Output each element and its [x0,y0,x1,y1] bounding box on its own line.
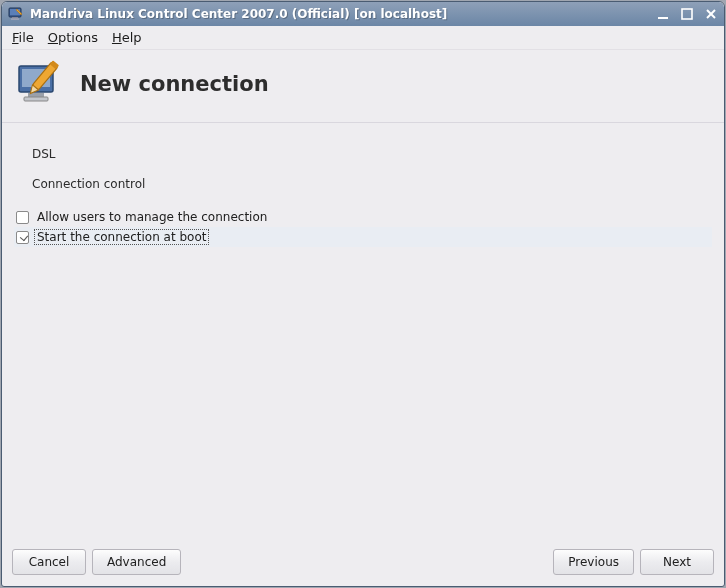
menu-options[interactable]: Options [48,30,98,45]
menu-bar: File Options Help [2,26,724,50]
button-bar: Cancel Advanced Previous Next [2,544,724,586]
content-area: DSL Connection control Allow users to ma… [2,123,724,544]
section-label: DSL [32,147,712,161]
previous-button[interactable]: Previous [553,549,634,575]
window-title: Mandriva Linux Control Center 2007.0 (Of… [30,7,656,21]
checkbox-start-at-boot[interactable]: Start the connection at boot [14,227,712,247]
wizard-icon [16,60,64,108]
checkbox-icon[interactable] [16,231,29,244]
menu-help[interactable]: Help [112,30,142,45]
app-icon [8,6,24,22]
svg-rect-3 [11,19,19,20]
svg-rect-11 [24,97,48,101]
menu-file[interactable]: File [12,30,34,45]
checkbox-allow-users[interactable]: Allow users to manage the connection [14,207,712,227]
advanced-button[interactable]: Advanced [92,549,181,575]
minimize-icon[interactable] [656,7,670,21]
close-icon[interactable] [704,7,718,21]
page-header: New connection [2,50,724,123]
maximize-icon[interactable] [680,7,694,21]
page-title: New connection [80,72,269,96]
window-frame: Mandriva Linux Control Center 2007.0 (Of… [1,1,725,587]
checkbox-icon[interactable] [16,211,29,224]
svg-rect-2 [12,17,18,19]
cancel-button[interactable]: Cancel [12,549,86,575]
svg-rect-5 [682,9,692,19]
next-button[interactable]: Next [640,549,714,575]
title-bar[interactable]: Mandriva Linux Control Center 2007.0 (Of… [2,2,724,26]
checkbox-label: Allow users to manage the connection [35,210,269,224]
subsection-label: Connection control [32,177,712,191]
checkbox-label: Start the connection at boot [35,230,208,244]
